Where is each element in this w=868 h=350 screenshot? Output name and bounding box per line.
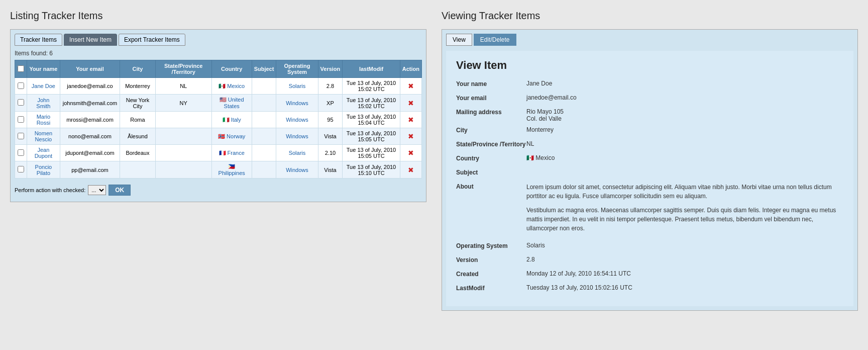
row-city-5: [120, 161, 156, 179]
field-subject: Subject: [456, 168, 843, 179]
row-name-link-4[interactable]: Jean Dupont: [35, 147, 52, 159]
table-row: Jean Dupont jdupont@email.com Bordeaux 🇫…: [15, 145, 422, 161]
table-row: Nomen Nescio nono@email.com Ålesund 🇳🇴 N…: [15, 128, 422, 145]
col-lastmodif: lastModif: [343, 60, 400, 78]
row-os-0: Solaris: [276, 78, 318, 95]
row-country-link-2[interactable]: 🇮🇹 Italy: [223, 117, 241, 123]
action-select[interactable]: ...: [88, 185, 106, 195]
tab-edit-delete[interactable]: Edit/Delete: [474, 34, 516, 46]
row-country-flag-5: 🇵🇭: [228, 163, 235, 169]
row-name-link-2[interactable]: Mario Rossi: [37, 114, 51, 126]
field-created: Created Monday 12 of July, 2010 16:54:11…: [456, 270, 843, 280]
row-os-link-1[interactable]: Windows: [286, 100, 308, 106]
tab-tracker-items[interactable]: Tracker Items: [15, 34, 62, 46]
tab-insert-new-item[interactable]: Insert New Item: [64, 34, 117, 46]
row-version-3: Vista: [318, 128, 343, 145]
row-checkbox-2[interactable]: [15, 112, 27, 128]
row-os-2: Windows: [276, 112, 318, 128]
os-value: Solaris: [526, 242, 843, 252]
state-label: State/Province /Territory: [456, 140, 526, 150]
row-lastmodif-3: Tue 13 of July, 2010 15:05 UTC: [343, 128, 400, 145]
viewing-title: Viewing Tracker Items: [442, 10, 858, 22]
row-email-3: nono@email.com: [60, 128, 120, 145]
row-country-4: 🇫🇷 France: [211, 145, 252, 161]
row-checkbox-1[interactable]: [15, 95, 27, 112]
row-lastmodif-2: Tue 13 of July, 2010 15:04 UTC: [343, 112, 400, 128]
version-label: Version: [456, 256, 526, 266]
row-subject-4: [252, 145, 276, 161]
select-all-checkbox[interactable]: [18, 65, 24, 72]
mailing-address-line1: Rio Mayo 105: [526, 108, 843, 115]
row-lastmodif-1: Tue 13 of July, 2010 15:02 UTC: [343, 95, 400, 112]
row-lastmodif-5: Tue 13 of July, 2010 15:10 UTC: [343, 161, 400, 179]
row-delete-0[interactable]: ✖: [408, 82, 414, 90]
your-email-label: Your email: [456, 94, 526, 104]
row-lastmodif-4: Tue 13 of July, 2010 15:05 UTC: [343, 145, 400, 161]
row-os-link-0[interactable]: Solaris: [289, 83, 306, 89]
row-select-0[interactable]: [18, 82, 24, 89]
row-action-0: ✖: [400, 78, 421, 95]
row-name-1: John Smith: [27, 95, 60, 112]
row-email-5: pp@email.com: [60, 161, 120, 179]
row-os-1: Windows: [276, 95, 318, 112]
row-name-link-5[interactable]: Poncio Pilato: [35, 164, 52, 176]
row-select-4[interactable]: [18, 149, 24, 156]
about-value: Lorem ipsum dolor sit amet, consectetur …: [526, 183, 843, 238]
row-country-5: 🇵🇭 Philippines: [211, 161, 252, 179]
row-select-1[interactable]: [18, 99, 24, 106]
row-checkbox-3[interactable]: [15, 128, 27, 145]
row-country-link-5[interactable]: 🇵🇭 Philippines: [219, 163, 245, 176]
row-subject-3: [252, 128, 276, 145]
row-os-link-4[interactable]: Solaris: [289, 150, 306, 156]
row-checkbox-4[interactable]: [15, 145, 27, 161]
row-email-2: mrossi@email.com: [60, 112, 120, 128]
row-os-link-2[interactable]: Windows: [286, 117, 308, 123]
view-content: View Item Your name Jane Doe Your email …: [446, 51, 853, 306]
city-label: City: [456, 126, 526, 136]
row-version-0: 2.8: [318, 78, 343, 95]
row-delete-2[interactable]: ✖: [408, 116, 414, 124]
row-country-flag-3: 🇳🇴: [218, 133, 225, 139]
row-country-link-3[interactable]: 🇳🇴 Norway: [218, 133, 245, 139]
row-select-2[interactable]: [18, 116, 24, 123]
row-version-2: 95: [318, 112, 343, 128]
row-delete-4[interactable]: ✖: [408, 149, 414, 157]
row-os-link-3[interactable]: Windows: [286, 133, 308, 139]
row-delete-3[interactable]: ✖: [408, 132, 414, 140]
row-select-3[interactable]: [18, 133, 24, 139]
about-paragraph-1: Lorem ipsum dolor sit amet, consectetur …: [526, 183, 843, 201]
tab-export-tracker-items[interactable]: Export Tracker Items: [119, 34, 185, 46]
row-action-2: ✖: [400, 112, 421, 128]
col-checkbox: [15, 60, 27, 78]
row-checkbox-5[interactable]: [15, 161, 27, 179]
row-select-5[interactable]: [18, 166, 24, 172]
ok-button[interactable]: OK: [108, 185, 131, 196]
table-row: John Smith johnsmith@email.com New York …: [15, 95, 422, 112]
about-label: About: [456, 183, 526, 238]
items-found: Items found: 6: [15, 50, 422, 57]
tab-view[interactable]: View: [446, 34, 472, 46]
field-about: About Lorem ipsum dolor sit amet, consec…: [456, 183, 843, 238]
row-email-1: johnsmith@email.com: [60, 95, 120, 112]
row-checkbox-0[interactable]: [15, 78, 27, 95]
country-value: 🇲🇽 Mexico: [526, 154, 843, 164]
row-name-2: Mario Rossi: [27, 112, 60, 128]
mailing-address-value: Rio Mayo 105 Col. del Valle: [526, 108, 843, 122]
row-email-0: janedoe@email.co: [60, 78, 120, 95]
row-name-link-0[interactable]: Jane Doe: [32, 83, 55, 89]
row-state-5: [155, 161, 211, 179]
row-name-link-1[interactable]: John Smith: [36, 97, 50, 109]
row-name-link-3[interactable]: Nomen Nescio: [35, 130, 52, 142]
row-delete-1[interactable]: ✖: [408, 99, 414, 107]
row-os-link-5[interactable]: Windows: [286, 167, 308, 173]
field-city: City Monterrey: [456, 126, 843, 136]
os-label: Operating System: [456, 242, 526, 252]
row-country-link-4[interactable]: 🇫🇷 France: [219, 150, 245, 156]
lastmodif-value: Tuesday 13 of July, 2010 15:02:16 UTC: [526, 284, 843, 294]
row-country-link-1[interactable]: 🇺🇸 United States: [220, 97, 244, 109]
row-delete-5[interactable]: ✖: [408, 166, 414, 174]
your-name-label: Your name: [456, 80, 526, 90]
viewing-panel: Viewing Tracker Items View Edit/Delete V…: [442, 10, 858, 340]
row-country-link-0[interactable]: 🇲🇽 Mexico: [219, 83, 245, 89]
created-value: Monday 12 of July, 2010 16:54:11 UTC: [526, 270, 843, 280]
